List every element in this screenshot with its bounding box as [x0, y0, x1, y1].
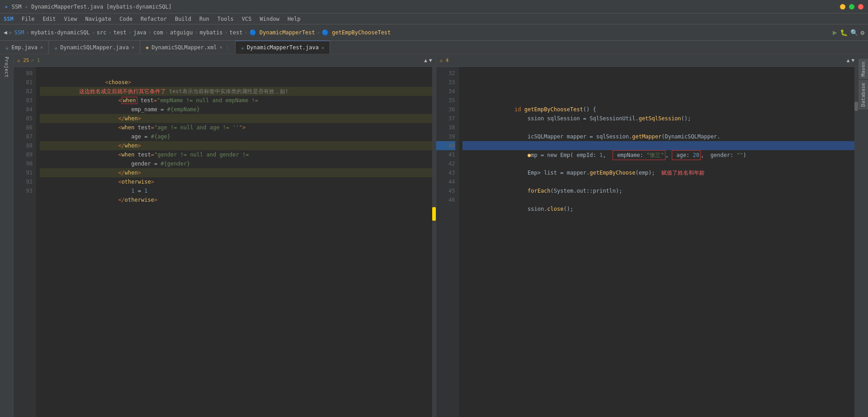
editors-area: ⚠ 25 ✓ 1 ▲ ▼ 80 81 82 83 84 85 86 87 88 … [14, 54, 858, 417]
tab-emp-close[interactable]: ✕ [40, 45, 43, 50]
age-box: age: 20 [672, 150, 701, 160]
tab-dsm-label: DynamicSQLMapper.java [60, 44, 129, 51]
menu-window[interactable]: Window [256, 15, 283, 23]
rln-36: 36 [436, 105, 455, 114]
toolbar-right: ▶ 🐛 🔍 ⚙ [833, 28, 864, 37]
breadcrumb-ssm[interactable]: SSM [14, 29, 24, 36]
rcode-line-42: Emp> list = mapper.getEmpByChoose(emp); … [462, 159, 855, 168]
title-text: SSM - DynamicMapperTest.java [mybatis-dy… [12, 4, 172, 10]
ln-82: 82 [14, 87, 33, 96]
project-icon[interactable]: Project [4, 57, 9, 77]
sep10: › [317, 29, 320, 36]
debug-icon[interactable]: 🐛 [840, 29, 848, 36]
rln-41: 41 [436, 150, 455, 159]
rcode-line-33 [462, 78, 855, 87]
settings-icon[interactable]: ⚙ [861, 29, 864, 36]
maximize-button[interactable] [849, 4, 854, 9]
ln-92: 92 [14, 177, 33, 186]
rln-46: 46 [436, 195, 455, 204]
menu-build[interactable]: Build [171, 15, 195, 23]
menu-run[interactable]: Run [196, 15, 213, 23]
left-scroll-thumb[interactable] [432, 207, 436, 221]
tab-bar: ☕ Emp.java ✕ ☕ DynamicSQLMapper.java ✕ ◈… [0, 41, 868, 54]
window-controls[interactable] [840, 4, 863, 9]
nav-forward-icon[interactable]: ▶ [9, 29, 13, 36]
main-area: Project ⚠ 25 ✓ 1 ▲ ▼ 80 81 82 83 84 85 8… [0, 54, 868, 417]
tab-dmt-close[interactable]: ✕ [321, 45, 324, 50]
breadcrumb-com[interactable]: com [153, 29, 163, 36]
tab-dynamicsqlmapper-xml[interactable]: ◈ DynamicSQLMapper.xml ✕ ⋮ [140, 41, 236, 54]
app-icon: ✦ [5, 3, 8, 10]
left-editor: ⚠ 25 ✓ 1 ▲ ▼ 80 81 82 83 84 85 86 87 88 … [14, 54, 436, 417]
left-warning-badge: ⚠ 25 [17, 57, 29, 63]
rcode-line-46: ssion.close(); [462, 195, 855, 204]
run-icon[interactable]: ▶ [833, 28, 837, 37]
menu-navigate[interactable]: Navigate [81, 15, 115, 23]
menu-bar: SSM File Edit View Navigate Code Refacto… [0, 14, 868, 24]
rln-38: 38 [436, 123, 455, 132]
ln-91: 91 [14, 168, 33, 177]
minimize-button[interactable] [840, 4, 845, 9]
tab-more-icon[interactable]: ⋮ [225, 45, 230, 50]
rcode-line-38: icSQLMapper mapper = sqlSession.getMappe… [462, 123, 855, 132]
search-icon[interactable]: 🔍 [850, 29, 858, 36]
right-nav-down[interactable]: ▼ [851, 57, 854, 63]
menu-view[interactable]: View [61, 15, 81, 23]
vtab-maven[interactable]: Maven [859, 59, 868, 79]
ln-88: 88 [14, 141, 33, 150]
menu-refactor[interactable]: Refactor [137, 15, 170, 23]
breadcrumb-test[interactable]: test [113, 29, 127, 36]
right-scrollbar[interactable] [854, 67, 858, 417]
breadcrumb-mybatis[interactable]: mybatis [200, 29, 223, 36]
sep5: › [148, 29, 151, 36]
tab-dynamicmappertest[interactable]: ☕ DynamicMapperTest.java ✕ [236, 41, 330, 54]
right-tabs: Maven Database [858, 54, 868, 417]
ln-86: 86 [14, 123, 33, 132]
ln-87: 87 [14, 132, 33, 141]
rln-32: 32 [436, 69, 455, 78]
breadcrumb-java[interactable]: java [133, 29, 146, 36]
tab-dynamicsqlmapper-java[interactable]: ☕ DynamicSQLMapper.java ✕ [49, 41, 140, 54]
right-scroll-thumb[interactable] [854, 102, 858, 111]
rln-44: 44 [436, 177, 455, 186]
breadcrumb-test2[interactable]: test [230, 29, 243, 36]
menu-help[interactable]: Help [284, 15, 304, 23]
left-scrollbar[interactable] [432, 67, 436, 417]
left-code-content: 80 81 82 83 84 85 86 87 88 89 90 91 92 9… [14, 67, 436, 417]
right-line-numbers: 32 33 34 35 36 37 38 39 40 41 42 43 44 4… [436, 67, 459, 417]
rcode-line-40: ●mp = new Emp( empId: 1, empName: "张三", … [462, 141, 855, 150]
menu-tools[interactable]: Tools [214, 15, 237, 23]
rln-33: 33 [436, 78, 455, 87]
rln-43: 43 [436, 168, 455, 177]
menu-edit[interactable]: Edit [39, 15, 60, 23]
left-nav-up[interactable]: ▲ [424, 57, 427, 63]
breadcrumb-project[interactable]: mybatis-dynamicSQL [31, 29, 90, 36]
vtab-database[interactable]: Database [859, 80, 868, 109]
sep7: › [195, 29, 198, 36]
nav-back-icon[interactable]: ◀ [4, 29, 7, 36]
tab-emp[interactable]: ☕ Emp.java ✕ [0, 41, 49, 54]
breadcrumb-atguigu[interactable]: atguigu [170, 29, 193, 36]
tab-xml-close[interactable]: ✕ [220, 45, 222, 50]
ln-80: 80 [14, 69, 33, 78]
sep8: › [224, 29, 227, 36]
rln-39: 39 [436, 132, 455, 141]
breadcrumb-class[interactable]: 🔵 DynamicMapperTest [250, 29, 315, 36]
sep2: › [92, 29, 95, 36]
right-nav-up[interactable]: ▲ [847, 57, 850, 63]
left-nav-down[interactable]: ▼ [429, 57, 432, 63]
menu-file[interactable]: File [18, 15, 38, 23]
app-name: SSM [4, 16, 14, 22]
breadcrumb-method[interactable]: 🔵 getEmpByChooseTest [322, 29, 391, 36]
breadcrumb-src[interactable]: src [97, 29, 107, 36]
close-button[interactable] [858, 4, 863, 9]
menu-vcs[interactable]: VCS [238, 15, 255, 23]
menu-code[interactable]: Code [116, 15, 136, 23]
right-code-content: 32 33 34 35 36 37 38 39 40 41 42 43 44 4… [436, 67, 859, 417]
rln-34: 34 [436, 87, 455, 96]
ln-83: 83 [14, 96, 33, 105]
tab-dsm-close[interactable]: ✕ [132, 45, 134, 50]
right-code-lines: id getEmpByChooseTest() { ssion sqlSessi… [459, 67, 859, 417]
empname-box: empName: "张三" [613, 150, 665, 160]
tab-dmt-label: DynamicMapperTest.java [247, 44, 319, 51]
